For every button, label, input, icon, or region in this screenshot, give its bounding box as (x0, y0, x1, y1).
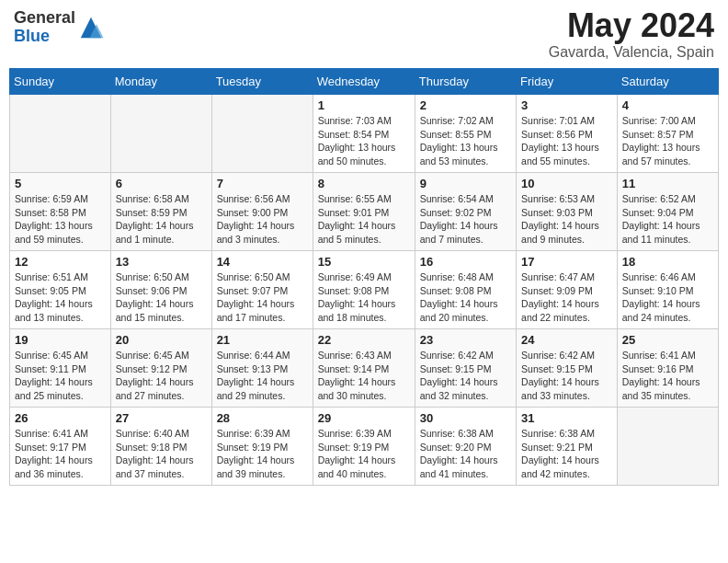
calendar-header-row: SundayMondayTuesdayWednesdayThursdayFrid… (10, 69, 719, 95)
day-info: Sunrise: 6:40 AM Sunset: 9:18 PM Dayligh… (116, 427, 207, 481)
calendar-cell: 22Sunrise: 6:43 AM Sunset: 9:14 PM Dayli… (313, 329, 415, 408)
day-info: Sunrise: 6:46 AM Sunset: 9:10 PM Dayligh… (622, 270, 713, 325)
calendar-cell: 28Sunrise: 6:39 AM Sunset: 9:19 PM Dayli… (211, 408, 313, 486)
calendar-cell: 1Sunrise: 7:03 AM Sunset: 8:54 PM Daylig… (313, 95, 415, 173)
day-info: Sunrise: 6:38 AM Sunset: 9:20 PM Dayligh… (420, 427, 511, 481)
day-number: 16 (420, 255, 511, 269)
calendar-cell: 30Sunrise: 6:38 AM Sunset: 9:20 PM Dayli… (415, 408, 516, 486)
calendar-week-row: 19Sunrise: 6:45 AM Sunset: 9:11 PM Dayli… (10, 329, 719, 408)
calendar-cell: 23Sunrise: 6:42 AM Sunset: 9:15 PM Dayli… (415, 329, 516, 408)
calendar-cell: 6Sunrise: 6:58 AM Sunset: 8:59 PM Daylig… (110, 173, 211, 251)
day-info: Sunrise: 7:00 AM Sunset: 8:57 PM Dayligh… (622, 114, 713, 168)
day-number: 1 (318, 98, 410, 112)
day-number: 5 (15, 177, 106, 190)
day-info: Sunrise: 6:45 AM Sunset: 9:12 PM Dayligh… (116, 349, 207, 403)
calendar-cell: 21Sunrise: 6:44 AM Sunset: 9:13 PM Dayli… (211, 329, 313, 408)
day-number: 3 (521, 98, 612, 112)
logo: General Blue (14, 9, 105, 46)
day-info: Sunrise: 6:47 AM Sunset: 9:09 PM Dayligh… (521, 270, 612, 325)
calendar-cell: 10Sunrise: 6:53 AM Sunset: 9:03 PM Dayli… (517, 173, 618, 251)
calendar-day-header: Friday (517, 69, 618, 95)
calendar-cell: 27Sunrise: 6:40 AM Sunset: 9:18 PM Dayli… (110, 408, 211, 486)
day-info: Sunrise: 6:58 AM Sunset: 8:59 PM Dayligh… (116, 192, 207, 247)
day-info: Sunrise: 6:59 AM Sunset: 8:58 PM Dayligh… (15, 192, 106, 247)
calendar-day-header: Wednesday (313, 69, 415, 95)
day-info: Sunrise: 6:56 AM Sunset: 9:00 PM Dayligh… (217, 192, 308, 247)
day-number: 9 (420, 177, 511, 190)
day-number: 31 (521, 411, 612, 425)
logo-icon (77, 14, 105, 41)
calendar-cell (211, 95, 313, 173)
calendar-week-row: 5Sunrise: 6:59 AM Sunset: 8:58 PM Daylig… (10, 173, 719, 251)
day-info: Sunrise: 6:39 AM Sunset: 9:19 PM Dayligh… (318, 427, 410, 481)
day-info: Sunrise: 6:52 AM Sunset: 9:04 PM Dayligh… (622, 192, 713, 247)
day-info: Sunrise: 6:48 AM Sunset: 9:08 PM Dayligh… (420, 270, 511, 325)
page-header: General Blue May 2024 Gavarda, Valencia,… (9, 9, 719, 61)
calendar-cell: 7Sunrise: 6:56 AM Sunset: 9:00 PM Daylig… (211, 173, 313, 251)
day-number: 28 (217, 411, 308, 425)
day-info: Sunrise: 6:55 AM Sunset: 9:01 PM Dayligh… (318, 192, 410, 247)
calendar-day-header: Sunday (10, 69, 111, 95)
calendar-week-row: 1Sunrise: 7:03 AM Sunset: 8:54 PM Daylig… (10, 95, 719, 173)
day-info: Sunrise: 6:42 AM Sunset: 9:15 PM Dayligh… (420, 349, 511, 403)
calendar-cell: 11Sunrise: 6:52 AM Sunset: 9:04 PM Dayli… (617, 173, 718, 251)
calendar-table: SundayMondayTuesdayWednesdayThursdayFrid… (9, 68, 719, 486)
day-number: 7 (217, 177, 308, 190)
calendar-cell: 16Sunrise: 6:48 AM Sunset: 9:08 PM Dayli… (415, 251, 516, 329)
day-number: 23 (420, 333, 511, 347)
calendar-cell: 8Sunrise: 6:55 AM Sunset: 9:01 PM Daylig… (313, 173, 415, 251)
calendar-cell: 9Sunrise: 6:54 AM Sunset: 9:02 PM Daylig… (415, 173, 516, 251)
day-number: 6 (116, 177, 207, 190)
calendar-cell: 13Sunrise: 6:50 AM Sunset: 9:06 PM Dayli… (110, 251, 211, 329)
day-number: 15 (318, 255, 410, 269)
calendar-cell: 12Sunrise: 6:51 AM Sunset: 9:05 PM Dayli… (10, 251, 111, 329)
calendar-cell: 3Sunrise: 7:01 AM Sunset: 8:56 PM Daylig… (517, 95, 618, 173)
calendar-cell: 31Sunrise: 6:38 AM Sunset: 9:21 PM Dayli… (517, 408, 618, 486)
day-info: Sunrise: 6:41 AM Sunset: 9:17 PM Dayligh… (15, 427, 106, 481)
calendar-cell: 4Sunrise: 7:00 AM Sunset: 8:57 PM Daylig… (617, 95, 718, 173)
calendar-cell: 20Sunrise: 6:45 AM Sunset: 9:12 PM Dayli… (110, 329, 211, 408)
day-info: Sunrise: 6:50 AM Sunset: 9:07 PM Dayligh… (217, 270, 308, 325)
day-info: Sunrise: 6:42 AM Sunset: 9:15 PM Dayligh… (521, 349, 612, 403)
calendar-cell: 25Sunrise: 6:41 AM Sunset: 9:16 PM Dayli… (617, 329, 718, 408)
day-number: 12 (15, 255, 106, 269)
day-info: Sunrise: 6:50 AM Sunset: 9:06 PM Dayligh… (116, 270, 207, 325)
calendar-cell (10, 95, 111, 173)
calendar-week-row: 26Sunrise: 6:41 AM Sunset: 9:17 PM Dayli… (10, 408, 719, 486)
logo-general-text: General (14, 9, 75, 28)
day-info: Sunrise: 6:38 AM Sunset: 9:21 PM Dayligh… (521, 427, 612, 481)
calendar-cell: 26Sunrise: 6:41 AM Sunset: 9:17 PM Dayli… (10, 408, 111, 486)
day-info: Sunrise: 6:51 AM Sunset: 9:05 PM Dayligh… (15, 270, 106, 325)
day-info: Sunrise: 6:49 AM Sunset: 9:08 PM Dayligh… (318, 270, 410, 325)
day-info: Sunrise: 6:45 AM Sunset: 9:11 PM Dayligh… (15, 349, 106, 403)
calendar-cell: 19Sunrise: 6:45 AM Sunset: 9:11 PM Dayli… (10, 329, 111, 408)
day-number: 27 (116, 411, 207, 425)
day-number: 13 (116, 255, 207, 269)
calendar-cell: 5Sunrise: 6:59 AM Sunset: 8:58 PM Daylig… (10, 173, 111, 251)
day-number: 18 (622, 255, 713, 269)
location-text: Gavarda, Valencia, Spain (549, 44, 714, 61)
day-number: 30 (420, 411, 511, 425)
day-info: Sunrise: 7:03 AM Sunset: 8:54 PM Dayligh… (318, 114, 410, 168)
day-info: Sunrise: 6:54 AM Sunset: 9:02 PM Dayligh… (420, 192, 511, 247)
day-number: 21 (217, 333, 308, 347)
day-number: 25 (622, 333, 713, 347)
calendar-cell: 17Sunrise: 6:47 AM Sunset: 9:09 PM Dayli… (517, 251, 618, 329)
calendar-day-header: Tuesday (211, 69, 313, 95)
day-number: 20 (116, 333, 207, 347)
calendar-day-header: Monday (110, 69, 211, 95)
day-info: Sunrise: 7:01 AM Sunset: 8:56 PM Dayligh… (521, 114, 612, 168)
day-number: 22 (318, 333, 410, 347)
calendar-week-row: 12Sunrise: 6:51 AM Sunset: 9:05 PM Dayli… (10, 251, 719, 329)
day-number: 29 (318, 411, 410, 425)
title-block: May 2024 Gavarda, Valencia, Spain (549, 9, 714, 61)
day-info: Sunrise: 7:02 AM Sunset: 8:55 PM Dayligh… (420, 114, 511, 168)
day-number: 14 (217, 255, 308, 269)
day-info: Sunrise: 6:41 AM Sunset: 9:16 PM Dayligh… (622, 349, 713, 403)
day-number: 11 (622, 177, 713, 190)
calendar-day-header: Saturday (617, 69, 718, 95)
calendar-cell: 15Sunrise: 6:49 AM Sunset: 9:08 PM Dayli… (313, 251, 415, 329)
calendar-cell: 18Sunrise: 6:46 AM Sunset: 9:10 PM Dayli… (617, 251, 718, 329)
calendar-cell (110, 95, 211, 173)
day-number: 24 (521, 333, 612, 347)
